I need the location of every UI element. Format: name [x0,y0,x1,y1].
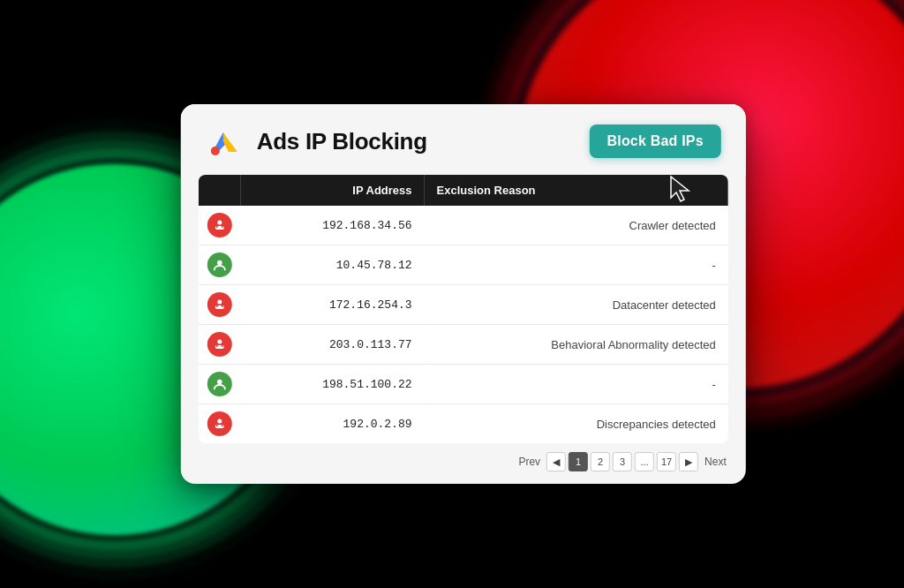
row-exclusion-reason: Behavioral Abnormality detected [425,325,728,365]
table-row: 192.168.34.56Crawler detected [199,206,728,245]
row-ip-address: 198.51.100.22 [241,365,425,404]
page-title: Ads IP Blocking [257,128,427,155]
bot-icon [207,292,232,317]
svg-point-8 [217,260,222,266]
svg-point-6 [216,226,218,228]
pagination-bar: Prev ◀ 1 2 3 ... 17 ▶ Next [181,443,746,484]
svg-point-17 [217,380,222,385]
col-header-ip: IP Address [241,175,425,206]
svg-point-11 [216,305,218,307]
user-icon [207,372,232,396]
svg-point-20 [216,425,218,426]
svg-marker-2 [223,132,237,152]
google-ads-logo-icon [206,122,245,161]
row-icon-cell [199,285,241,325]
row-icon-cell [199,245,241,285]
row-icon-cell [199,404,241,444]
page-17-button[interactable]: 17 [657,452,676,471]
svg-point-21 [222,425,223,426]
prev-label: Prev [518,456,540,468]
main-card: Ads IP Blocking Block Bad IPs IP Address… [181,104,746,484]
bot-icon [207,411,232,436]
row-ip-address: 203.0.113.77 [241,325,425,365]
card-header: Ads IP Blocking Block Bad IPs [181,104,746,175]
table-row: 192.0.2.89Discrepancies detected [199,404,728,444]
svg-point-3 [211,147,220,155]
col-header-reason: Exclusion Reason [425,175,728,206]
block-bad-ips-button[interactable]: Block Bad IPs [589,124,720,158]
header-left: Ads IP Blocking [206,122,427,161]
table-row: 10.45.78.12- [199,245,728,285]
row-ip-address: 10.45.78.12 [241,245,425,285]
row-icon-cell [199,206,241,245]
row-ip-address: 192.0.2.89 [241,404,425,444]
page-3-button[interactable]: 3 [613,452,632,471]
svg-point-9 [217,300,222,305]
row-exclusion-reason: Datacenter detected [425,285,728,325]
prev-arrow-button[interactable]: ◀ [546,452,566,471]
table-container: IP Address Exclusion Reason 192.168.34.5… [181,175,746,443]
row-icon-cell [199,325,241,365]
page-1-button[interactable]: 1 [569,452,588,471]
row-icon-cell [199,365,241,404]
svg-point-13 [217,340,222,344]
row-ip-address: 192.168.34.56 [241,206,425,245]
table-row: 172.16.254.3Datacenter detected [199,285,728,325]
svg-point-15 [216,345,218,347]
bot-icon [207,332,232,357]
row-exclusion-reason: Discrepancies detected [425,404,728,444]
col-header-icon [199,175,241,206]
table-header-row: IP Address Exclusion Reason [199,175,728,206]
svg-point-7 [222,226,223,228]
svg-point-16 [222,345,223,347]
ip-table: IP Address Exclusion Reason 192.168.34.5… [199,175,728,443]
svg-point-12 [222,305,223,307]
row-ip-address: 172.16.254.3 [241,285,425,325]
row-exclusion-reason: - [425,365,728,404]
next-arrow-button[interactable]: ▶ [679,452,698,471]
row-exclusion-reason: - [425,245,728,285]
user-icon [207,253,232,277]
bot-icon [207,213,232,237]
svg-point-4 [217,221,222,225]
table-row: 198.51.100.22- [199,365,728,404]
page-2-button[interactable]: 2 [591,452,610,471]
row-exclusion-reason: Crawler detected [425,206,728,245]
svg-point-18 [217,419,222,424]
page-ellipsis-button[interactable]: ... [635,452,654,471]
next-label: Next [704,456,727,468]
table-row: 203.0.113.77Behavioral Abnormality detec… [199,325,728,365]
